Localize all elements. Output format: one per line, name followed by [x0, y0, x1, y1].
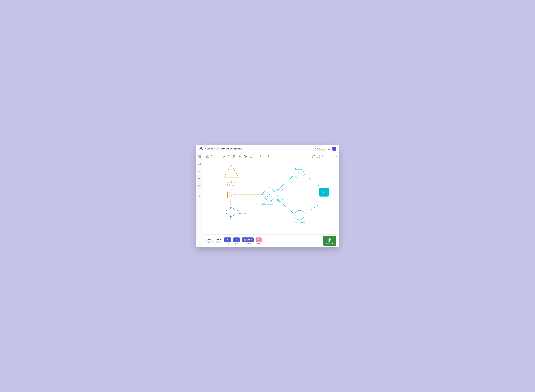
svg-marker-30 — [228, 192, 234, 198]
canvas[interactable]: * * * Cos — [203, 160, 339, 235]
svg-rect-2 — [198, 156, 199, 157]
frame-tool-btn[interactable] — [265, 154, 270, 159]
quick-plays-chevron-icon: ▼ — [251, 239, 252, 240]
number-tool-btn[interactable]: 8 — [243, 154, 248, 159]
speed-chevron-icon: ▼ — [220, 239, 221, 240]
step-btn-group: ⏭ Step — [224, 238, 231, 244]
steps-select[interactable]: 1000 ▼ — [205, 238, 214, 242]
svg-marker-14 — [228, 155, 230, 157]
reset-btn-group: ■ Reset — [256, 238, 262, 244]
fx-tool-btn[interactable]: fx — [237, 154, 242, 159]
open-chart-label: Open Chart — [325, 243, 334, 244]
svg-rect-21 — [312, 155, 313, 156]
steps-chevron-icon: ▼ — [211, 239, 213, 240]
circle-tool-btn[interactable] — [216, 154, 220, 159]
svg-text:*: * — [231, 183, 231, 185]
svg-text:fx: fx — [322, 191, 324, 194]
add-tags-button[interactable]: 🏷 Add Tags — [313, 147, 326, 151]
quick-plays-value: 100 — [247, 239, 250, 241]
app-title: OptiChain - Efficiency and Sustainabilit… — [205, 148, 311, 150]
play-tool-btn[interactable] — [232, 154, 237, 159]
sidebar-image-icon[interactable] — [197, 162, 202, 166]
svg-rect-3 — [200, 156, 200, 157]
main-layout: (x) — [196, 153, 339, 247]
svg-marker-13 — [222, 155, 225, 157]
play-icon: ▶ — [236, 239, 237, 241]
square-tool-btn[interactable] — [249, 154, 253, 159]
svg-marker-15 — [234, 155, 236, 157]
speed-label: Speed — [217, 242, 221, 244]
pentagon-tool-btn[interactable] — [227, 154, 231, 159]
speed-select[interactable]: 1s ▼ — [216, 238, 222, 242]
svg-text:Suppliers: Suppliers — [295, 168, 302, 170]
zoom-level: 100% — [332, 155, 337, 157]
bottom-bar: 1000 ▼ Steps 1s ▼ Speed ⏭ Ste — [203, 234, 339, 247]
reset-label: Reset — [257, 243, 261, 244]
svg-line-19 — [255, 155, 257, 157]
svg-text:Manufacturers: Manufacturers — [294, 222, 305, 224]
diamond-tool-btn[interactable] — [221, 154, 226, 159]
zoom-out-btn[interactable]: − — [326, 154, 331, 159]
svg-text:*: * — [298, 172, 299, 174]
tag-icon: 🏷 — [314, 148, 316, 150]
sidebar-variable-icon[interactable]: (x) — [197, 169, 202, 174]
avatar[interactable] — [332, 147, 336, 151]
content-area: * fx — [203, 153, 339, 247]
svg-rect-59 — [319, 188, 329, 196]
svg-point-41 — [271, 196, 272, 197]
sidebar-layers-icon[interactable] — [197, 176, 202, 181]
sidebar: (x) — [196, 153, 203, 247]
step-button[interactable]: ⏭ — [224, 238, 231, 242]
fit-btn[interactable] — [316, 154, 321, 159]
svg-rect-4 — [198, 157, 199, 158]
speed-value: 1s — [217, 239, 219, 241]
corner-line-tool-btn[interactable] — [260, 154, 264, 159]
reset-button[interactable]: ■ — [256, 238, 262, 242]
cloud-save-icon[interactable]: ☁ — [328, 147, 330, 150]
reset-icon: ■ — [258, 239, 259, 241]
logo-icon — [199, 147, 203, 151]
play-button[interactable]: ▶ — [233, 238, 240, 242]
svg-point-51 — [295, 169, 304, 178]
view-toggle-btn[interactable] — [311, 154, 316, 159]
svg-line-58 — [304, 205, 319, 215]
svg-rect-20 — [266, 155, 268, 157]
svg-text:*: * — [231, 163, 231, 164]
play-label: Play — [235, 243, 238, 244]
svg-point-39 — [267, 192, 268, 193]
svg-rect-5 — [200, 157, 200, 158]
svg-text:8: 8 — [245, 156, 246, 157]
svg-point-54 — [295, 210, 304, 220]
svg-rect-18 — [250, 155, 252, 157]
svg-text:effectiveness: effectiveness — [236, 212, 246, 214]
sidebar-grid-icon[interactable] — [197, 154, 202, 159]
fullscreen-btn[interactable] — [321, 154, 326, 159]
svg-point-27 — [227, 182, 235, 186]
toolbar-right: − 100% — [311, 154, 337, 159]
svg-text:Cost: Cost — [236, 210, 239, 212]
svg-point-42 — [267, 196, 268, 197]
sidebar-learn-icon[interactable] — [197, 194, 202, 198]
line-tool-btn[interactable] — [254, 154, 259, 159]
steps-label: Steps — [208, 242, 211, 244]
svg-point-7 — [199, 163, 199, 164]
quick-plays-button[interactable]: ⏩ 100 ▼ — [242, 238, 254, 242]
step-forward-icon: ⏭ — [227, 239, 228, 241]
open-chart-up-icon: ▲ — [329, 237, 330, 239]
quick-plays-group: ⏩ 100 ▼ Quick Plays — [242, 238, 254, 244]
svg-text:*: * — [298, 214, 299, 215]
svg-text:*: * — [234, 193, 235, 194]
svg-text:Collaborations: Collaborations — [262, 203, 273, 205]
open-chart-icon: 📊 — [328, 239, 331, 242]
svg-marker-24 — [224, 165, 239, 177]
svg-point-40 — [269, 194, 270, 195]
funnel-tool-btn[interactable] — [210, 154, 215, 159]
sidebar-history-icon[interactable] — [197, 183, 202, 188]
svg-marker-11 — [211, 155, 214, 157]
step-label: Step — [226, 243, 229, 244]
diagram-svg: * * * Cos — [203, 160, 339, 235]
steps-value: 1000 — [207, 239, 211, 241]
quick-plays-label: Quick Plays — [244, 243, 252, 244]
triangle-tool-btn[interactable]: * — [205, 154, 209, 159]
open-chart-button[interactable]: ▲ 📊 Open Chart — [323, 236, 336, 246]
